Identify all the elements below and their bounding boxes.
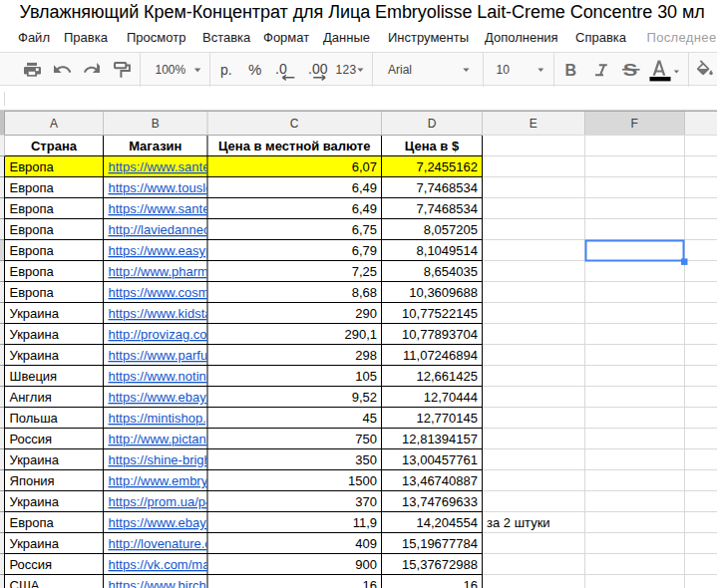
svg-text:10: 10: [497, 63, 511, 77]
svg-text:750: 750: [355, 432, 377, 446]
svg-text:7,7468534: 7,7468534: [417, 180, 478, 195]
svg-text:8,057205: 8,057205: [424, 222, 478, 237]
svg-text:р.: р.: [220, 62, 232, 78]
svg-text:https://www.cosma-parfumeries.: https://www.cosma-parfumeries.com/embryo…: [109, 285, 390, 300]
svg-text:12,81394157: 12,81394157: [402, 432, 478, 446]
svg-text:Украина: Украина: [10, 452, 60, 467]
svg-text:Цена в местной валюте: Цена в местной валюте: [218, 139, 371, 153]
svg-text:https://mintishop.pl/embryolis: https://mintishop.pl/embryolisse-lait-cr…: [109, 411, 351, 426]
svg-text:https://www.birchbox.com/embry: https://www.birchbox.com/embryolisse-lai…: [109, 578, 350, 588]
svg-text:https://www.santediscount.com/: https://www.santediscount.com/embryoliss…: [109, 201, 381, 216]
svg-text:6,49: 6,49: [352, 201, 377, 216]
svg-text:7,2455162: 7,2455162: [417, 159, 478, 174]
svg-text:Япония: Япония: [10, 473, 55, 488]
svg-text:Россия: Россия: [10, 432, 53, 446]
svg-text:7,25: 7,25: [352, 264, 377, 279]
svg-text:за 2 штуки: за 2 штуки: [487, 515, 550, 530]
svg-text:D: D: [428, 117, 437, 131]
svg-text:.00: .00: [308, 61, 328, 77]
svg-text:https://www.parfums.ua/embryol: https://www.parfums.ua/embryolisse-lait-…: [109, 348, 377, 363]
svg-text:США: США: [10, 578, 40, 588]
svg-text:https://www.kidstaff.com.ua/te: https://www.kidstaff.com.ua/tema-embryol…: [109, 306, 371, 321]
svg-text:13,00457761: 13,00457761: [402, 452, 478, 467]
svg-text:16: 16: [363, 578, 377, 588]
svg-text:Украина: Украина: [10, 494, 60, 509]
svg-text:6,49: 6,49: [352, 180, 377, 195]
svg-text:8,68: 8,68: [352, 285, 377, 300]
svg-text:6,07: 6,07: [352, 159, 377, 174]
svg-text:Украина: Украина: [10, 306, 60, 321]
svg-text:10,77893704: 10,77893704: [402, 327, 478, 342]
svg-text:Европа: Европа: [10, 264, 55, 279]
svg-text:370: 370: [355, 494, 377, 509]
svg-text:16: 16: [464, 578, 478, 588]
svg-text:350: 350: [355, 452, 377, 467]
svg-text:.0: .0: [275, 61, 287, 77]
svg-text:290: 290: [355, 306, 377, 321]
svg-text:Швеция: Швеция: [10, 369, 58, 384]
svg-text:6,79: 6,79: [352, 243, 377, 258]
svg-text:https://vk.com/market-embryoli: https://vk.com/market-embryolisse-lait-c…: [109, 557, 367, 572]
svg-text:12,661425: 12,661425: [417, 369, 478, 384]
svg-text:Arial: Arial: [388, 63, 412, 77]
svg-text:7,7468534: 7,7468534: [417, 201, 478, 216]
svg-text:https://shine-bright.com.ua/em: https://shine-bright.com.ua/embryolisse-…: [109, 452, 355, 467]
svg-text:123: 123: [336, 63, 357, 77]
svg-text:9,52: 9,52: [352, 390, 377, 405]
svg-text:Страна: Страна: [31, 139, 78, 153]
svg-text:12,70444: 12,70444: [424, 390, 478, 405]
svg-text:Европа: Европа: [10, 180, 55, 195]
svg-text:1500: 1500: [348, 473, 377, 488]
svg-text:B: B: [565, 62, 577, 79]
svg-text:11,9: 11,9: [353, 515, 377, 530]
svg-text:Цена в $: Цена в $: [405, 139, 460, 153]
svg-text:https://www.ebay.com/itm/Embry: https://www.ebay.com/itm/Embryolisse-Lai…: [109, 515, 354, 530]
svg-text:Украина: Украина: [10, 348, 60, 363]
svg-text:Европа: Европа: [10, 201, 55, 216]
svg-text:https://www.ebay.co.uk/itm/Emb: https://www.ebay.co.uk/itm/Embryolisse-L…: [109, 390, 361, 405]
svg-text:https://www.easyparapharmacie.: https://www.easyparapharmacie.com/embryo…: [109, 243, 393, 258]
svg-text:8,654035: 8,654035: [424, 264, 478, 279]
svg-text:10,3609688: 10,3609688: [409, 285, 478, 300]
svg-text:Польша: Польша: [10, 411, 59, 426]
svg-text:6,75: 6,75: [352, 222, 377, 237]
svg-text:15,19677784: 15,19677784: [402, 536, 478, 551]
svg-text:Европа: Европа: [10, 222, 55, 237]
svg-text:100%: 100%: [156, 63, 186, 77]
svg-text:45: 45: [363, 411, 377, 426]
svg-text:12,770145: 12,770145: [417, 411, 478, 426]
svg-text:E: E: [530, 117, 538, 131]
svg-text:A: A: [50, 117, 58, 131]
svg-text:%: %: [248, 61, 261, 78]
svg-text:F: F: [631, 117, 638, 131]
svg-text:Магазин: Магазин: [129, 139, 181, 153]
svg-text:Англия: Англия: [10, 390, 52, 405]
svg-text:http://lovenature.com.ua/embry: http://lovenature.com.ua/embryolisse-lai…: [109, 536, 342, 551]
svg-text:105: 105: [355, 369, 377, 384]
svg-text:http://www.pictantra.ru/embryo: http://www.pictantra.ru/embryolisse-lait…: [109, 432, 371, 446]
svg-text:Россия: Россия: [10, 557, 53, 572]
svg-text:http://www.embryolisse.jp/lait: http://www.embryolisse.jp/lait-creme-con…: [109, 473, 377, 488]
svg-text:290,1: 290,1: [344, 327, 377, 342]
svg-text:B: B: [152, 117, 160, 131]
svg-text:Европа: Европа: [10, 243, 55, 258]
svg-text:Европа: Европа: [10, 159, 55, 174]
svg-text:https://www.notino.se/embryoli: https://www.notino.se/embryolisse/lait-c…: [109, 369, 364, 384]
svg-text:14,204554: 14,204554: [417, 515, 478, 530]
svg-text:Европа: Европа: [10, 515, 55, 530]
svg-text:10,77522145: 10,77522145: [402, 306, 478, 321]
svg-text:Украина: Украина: [10, 536, 60, 551]
svg-text:409: 409: [355, 536, 377, 551]
svg-text:https://prom.ua/p4845-embryoli: https://prom.ua/p4845-embryolisse-lait-c…: [109, 494, 370, 509]
svg-text:http://laviedannecy.com/embryo: http://laviedannecy.com/embryolisse-lait…: [109, 222, 378, 237]
svg-text:15,37672988: 15,37672988: [402, 557, 478, 572]
svg-text:http://www.pharmacie-lafayette: http://www.pharmacie-lafayette.com/embry…: [109, 264, 387, 279]
svg-text:298: 298: [355, 348, 377, 363]
svg-text:11,07246894: 11,07246894: [403, 348, 478, 363]
svg-text:Украина: Украина: [10, 327, 60, 342]
svg-text:Европа: Европа: [10, 285, 55, 300]
svg-text:C: C: [290, 117, 299, 131]
svg-text:http://provizag.com.ua/embryol: http://provizag.com.ua/embryolisse-lait-…: [109, 327, 370, 342]
svg-text:13,46740887: 13,46740887: [402, 473, 478, 488]
svg-text:8,1049514: 8,1049514: [417, 243, 478, 258]
